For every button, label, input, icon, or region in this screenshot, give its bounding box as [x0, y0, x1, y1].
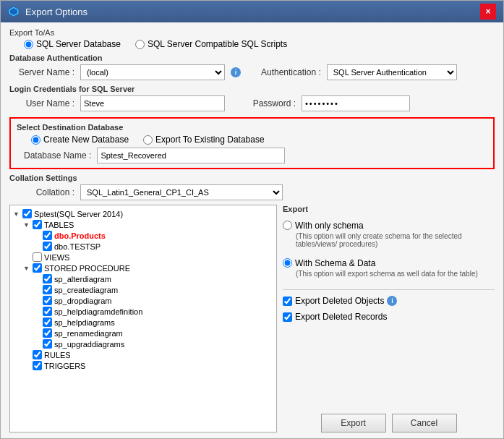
title-bar: Export Options ×: [1, 1, 503, 22]
export-to-as-group: SQL Server Database SQL Server Compatibl…: [9, 39, 495, 49]
select-dest-label: Select Destination Database: [17, 123, 487, 132]
tree-item-root: ▼ Sptest(SQL Server 2014): [13, 208, 273, 219]
separator: [283, 289, 495, 290]
login-creds-label: Login Credentials for SQL Server: [9, 85, 495, 93]
tree-cb-sp1[interactable]: [43, 274, 52, 284]
schema-only-desc: (This option will only create schema for…: [283, 232, 495, 248]
password-input[interactable]: [302, 95, 410, 111]
server-info-icon[interactable]: i: [231, 67, 241, 77]
tree-cb-sp7[interactable]: [43, 339, 52, 349]
db-name-label: Database Name :: [24, 150, 91, 161]
export-section-label: Export: [283, 205, 495, 213]
db-name-input[interactable]: [97, 148, 285, 163]
tree-item-views: VIEWS: [13, 252, 273, 263]
export-button[interactable]: Export: [321, 414, 386, 432]
tree-text-sp1: sp_alterdiagram: [54, 275, 111, 284]
tree-cb-root[interactable]: [22, 209, 32, 218]
export-to-as-section: Export To/As SQL Server Database SQL Ser…: [9, 28, 495, 49]
schema-only-label: With only schema: [295, 221, 364, 231]
window-title: Export Options: [25, 7, 87, 17]
tree-toggle-products: [33, 232, 40, 239]
create-new-label: Create New Database: [43, 135, 129, 145]
tree-text-sp6: sp_renamediagram: [54, 329, 123, 338]
export-deleted-objects-checkbox[interactable]: [283, 297, 292, 306]
password-label: Password :: [245, 98, 296, 108]
close-button[interactable]: ×: [480, 4, 496, 20]
schema-only-option: With only schema (This option will only …: [283, 221, 495, 248]
collation-field-label: Collation :: [17, 187, 74, 197]
export-deleted-objects-row: Export Deleted Objects i: [283, 296, 495, 306]
sql-server-db-option: SQL Server Database: [24, 39, 121, 49]
tree-text-sp5: sp_helpdiagrams: [54, 318, 115, 327]
tree-toggle-tables: ▼: [23, 221, 30, 229]
schema-data-radio[interactable]: [283, 258, 292, 268]
export-to-as-label: Export To/As: [9, 28, 495, 37]
tree-item-sp7: sp_upgraddiagrams: [13, 338, 273, 349]
schema-only-row: With only schema: [283, 221, 495, 231]
tree-item-sp6: sp_renamediagram: [13, 328, 273, 338]
sql-compatible-option: SQL Server Compatible SQL Scripts: [135, 39, 287, 49]
tree-toggle-stored-proc: ▼: [23, 265, 30, 272]
tree-cb-rules[interactable]: [33, 350, 42, 359]
tree-text-testsp: dbo.TESTSP: [54, 242, 101, 251]
tree-text-sp3: sp_dropdiagram: [54, 297, 112, 305]
create-new-radio[interactable]: [31, 135, 40, 145]
export-deleted-records-row: Export Deleted Records: [283, 312, 495, 322]
tree-cb-products[interactable]: [43, 231, 52, 240]
tree-text-sp7: sp_upgraddiagrams: [54, 340, 124, 349]
deleted-objects-info-icon[interactable]: i: [387, 296, 397, 306]
tree-cb-stored-proc[interactable]: [33, 263, 42, 273]
tree-item-rules: RULES: [13, 349, 273, 360]
collation-row: Collation : SQL_Latin1_General_CP1_CI_AS: [9, 184, 495, 200]
auth-select[interactable]: SQL Server Authentication: [327, 64, 457, 80]
create-new-option: Create New Database: [31, 135, 129, 145]
schema-data-label: With Schema & Data: [295, 258, 375, 268]
export-existing-radio[interactable]: [143, 135, 153, 145]
tree-item-sp1: sp_alterdiagram: [13, 273, 273, 284]
tree-panel[interactable]: ▼ Sptest(SQL Server 2014) ▼ TABLES dbo.P…: [9, 205, 277, 432]
dest-radio-group: Create New Database Export To Existing D…: [17, 135, 487, 145]
tree-toggle-views: [23, 254, 30, 261]
server-name-select[interactable]: (local): [80, 64, 225, 80]
select-dest-section: Select Destination Database Create New D…: [9, 117, 495, 169]
tree-text-sp2: sp_creatediagram: [54, 286, 118, 294]
tree-text-sp4: sp_helpdiagramdefinition: [54, 307, 142, 316]
tree-item-sp2: sp_creatediagram: [13, 284, 273, 295]
title-bar-left: Export Options: [8, 6, 87, 17]
sql-compatible-radio[interactable]: [135, 40, 145, 49]
db-name-row: Database Name :: [17, 148, 487, 163]
export-options-window: Export Options × Export To/As SQL Server…: [0, 0, 504, 439]
tree-item-tables: ▼ TABLES: [13, 219, 273, 230]
tree-text-root: Sptest(SQL Server 2014): [34, 210, 123, 218]
tree-item-sp5: sp_helpdiagrams: [13, 317, 273, 328]
tree-cb-sp4[interactable]: [43, 307, 52, 316]
collation-select[interactable]: SQL_Latin1_General_CP1_CI_AS: [80, 184, 283, 200]
tree-item-sp4: sp_helpdiagramdefinition: [13, 306, 273, 317]
db-auth-label: Database Authentication: [9, 54, 495, 62]
tree-cb-triggers[interactable]: [33, 361, 42, 370]
export-deleted-records-checkbox[interactable]: [283, 312, 292, 322]
tree-cb-views[interactable]: [33, 252, 42, 262]
sql-compatible-label: SQL Server Compatible SQL Scripts: [148, 39, 287, 49]
tree-cb-sp3[interactable]: [43, 296, 52, 305]
export-deleted-objects-label: Export Deleted Objects: [295, 296, 384, 306]
tree-cb-sp2[interactable]: [43, 285, 52, 294]
tree-cb-sp5[interactable]: [43, 317, 52, 327]
bottom-area: ▼ Sptest(SQL Server 2014) ▼ TABLES dbo.P…: [9, 205, 495, 432]
schema-data-desc: (This option will export schema as well …: [283, 270, 495, 278]
cancel-button[interactable]: Cancel: [392, 414, 457, 432]
username-input[interactable]: [80, 95, 225, 111]
sql-server-db-label: SQL Server Database: [36, 39, 121, 49]
credentials-row: User Name : Password :: [9, 95, 495, 111]
tree-text-triggers: TRIGGERS: [44, 362, 85, 370]
sql-server-db-radio[interactable]: [24, 40, 33, 49]
tree-item-products: dbo.Products: [13, 230, 273, 241]
tree-cb-testsp[interactable]: [43, 242, 52, 251]
bottom-buttons: Export Cancel: [283, 414, 495, 432]
collation-label: Collation Settings: [9, 174, 495, 182]
tree-cb-tables[interactable]: [33, 220, 42, 229]
schema-only-radio[interactable]: [283, 221, 292, 230]
tree-text-views: VIEWS: [44, 253, 69, 262]
tree-cb-sp6[interactable]: [43, 328, 52, 338]
main-content: Export To/As SQL Server Database SQL Ser…: [1, 22, 503, 438]
